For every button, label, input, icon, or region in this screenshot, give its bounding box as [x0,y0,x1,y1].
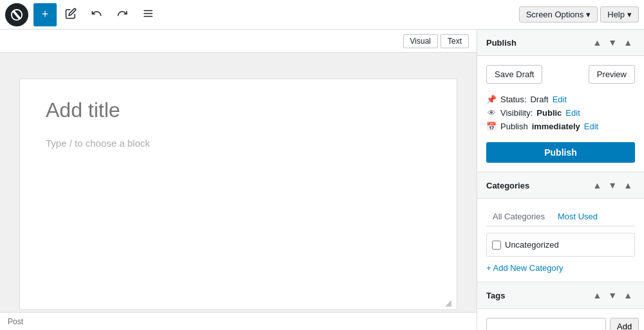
visibility-label: Visibility: [500,108,533,118]
publish-actions: Save Draft Preview [486,65,635,84]
categories-panel-body: All Categories Most Used Uncategorized +… [477,199,644,282]
tags-panel-title: Tags [486,291,590,300]
categories-panel: Categories ▲ ▼ ▲ All Categories Most Use… [477,172,644,282]
publish-panel-collapse-up[interactable]: ▲ [590,36,604,49]
add-icon: + [42,8,49,21]
block-placeholder[interactable]: Type / to choose a block [46,138,431,149]
status-value: Draft [530,95,548,104]
add-block-button[interactable]: + [33,3,57,26]
chevron-down-icon: ▾ [627,10,632,19]
topbar: + Screen Options ▾ Help ▾ [0,0,644,30]
categories-panel-up[interactable]: ▲ [590,179,604,192]
editor-toolbar: Visual Text [0,30,477,53]
tags-panel-up[interactable]: ▲ [590,289,604,302]
status-label: Status: [500,95,526,104]
save-draft-button[interactable]: Save Draft [486,65,542,84]
visibility-row: 👁 Visibility: Public Edit [486,106,635,120]
publish-panel-close[interactable]: ▲ [621,36,635,49]
tools-menu-button[interactable] [137,3,160,26]
category-tabs: All Categories Most Used [486,208,635,226]
wp-logo-icon[interactable] [5,3,28,26]
publish-schedule-value: immediately [532,122,580,131]
pin-icon: 📌 [486,95,497,104]
visual-mode-button[interactable]: Visual [403,34,438,48]
topbar-right: Screen Options ▾ Help ▾ [519,6,639,23]
publish-panel-header: Publish ▲ ▼ ▲ [477,30,644,56]
tags-input[interactable] [486,318,606,330]
categories-panel-header: Categories ▲ ▼ ▲ [477,172,644,199]
categories-panel-close[interactable]: ▲ [621,179,635,192]
all-categories-tab[interactable]: All Categories [486,208,551,226]
main-layout: Visual Text Type / to choose a block ◢ P… [0,30,644,330]
status-edit-link[interactable]: Edit [553,95,567,104]
text-mode-button[interactable]: Text [440,34,469,48]
post-title-input[interactable] [46,98,431,122]
help-label: Help [607,10,625,19]
status-bar: Post [0,312,477,330]
most-used-tab[interactable]: Most Used [551,208,604,226]
tags-panel-close[interactable]: ▲ [621,289,635,302]
eye-icon: 👁 [486,108,497,118]
tags-input-row: Add [486,318,635,330]
redo-icon [117,8,128,21]
undo-button[interactable] [85,3,108,26]
menu-icon [142,8,154,21]
categories-panel-controls: ▲ ▼ ▲ [590,179,635,192]
preview-button[interactable]: Preview [589,65,635,84]
screen-options-button[interactable]: Screen Options ▾ [519,6,598,23]
tags-panel-body: Add [477,309,644,330]
categories-panel-title: Categories [486,181,590,190]
chevron-down-icon: ▾ [586,10,591,19]
publish-panel-controls: ▲ ▼ ▲ [590,36,635,49]
publish-meta: 📌 Status: Draft Edit 👁 Visibility: Publi… [486,93,635,133]
sidebar: Publish ▲ ▼ ▲ Save Draft Preview 📌 Statu… [477,30,644,330]
tags-add-button[interactable]: Add [610,318,639,330]
editor-area: Visual Text Type / to choose a block ◢ P… [0,30,477,330]
add-new-category-link[interactable]: + Add New Category [486,263,564,273]
visibility-edit-link[interactable]: Edit [565,108,580,118]
tags-panel-controls: ▲ ▼ ▲ [590,289,635,302]
publish-schedule-label: Publish [500,122,528,131]
category-label: Uncategorized [505,240,559,250]
resize-handle-icon[interactable]: ◢ [445,298,454,307]
pencil-icon [65,8,77,21]
category-item: Uncategorized [492,239,629,251]
publish-panel-collapse-down[interactable]: ▼ [605,36,620,49]
status-row: 📌 Status: Draft Edit [486,93,635,106]
screen-options-label: Screen Options [526,10,584,19]
editor-content: Type / to choose a block ◢ [19,78,457,310]
schedule-edit-link[interactable]: Edit [584,122,598,131]
publish-panel: Publish ▲ ▼ ▲ Save Draft Preview 📌 Statu… [477,30,644,172]
tags-panel: Tags ▲ ▼ ▲ Add [477,282,644,330]
calendar-icon: 📅 [486,122,497,131]
publish-panel-body: Save Draft Preview 📌 Status: Draft Edit … [477,56,644,172]
schedule-row: 📅 Publish immediately Edit [486,120,635,133]
publish-button[interactable]: Publish [486,142,635,163]
editor-tools-button[interactable] [59,3,82,26]
visibility-value: Public [536,108,562,118]
redo-button[interactable] [111,3,134,26]
help-button[interactable]: Help ▾ [600,6,639,23]
undo-icon [91,8,102,21]
categories-panel-down[interactable]: ▼ [605,179,620,192]
publish-panel-title: Publish [486,38,590,48]
post-type-label: Post [8,317,23,326]
tags-panel-header: Tags ▲ ▼ ▲ [477,282,644,309]
uncategorized-checkbox[interactable] [492,241,501,250]
editor-canvas[interactable]: Type / to choose a block ◢ [0,53,477,312]
category-list: Uncategorized [486,233,635,257]
tags-panel-down[interactable]: ▼ [605,289,620,302]
